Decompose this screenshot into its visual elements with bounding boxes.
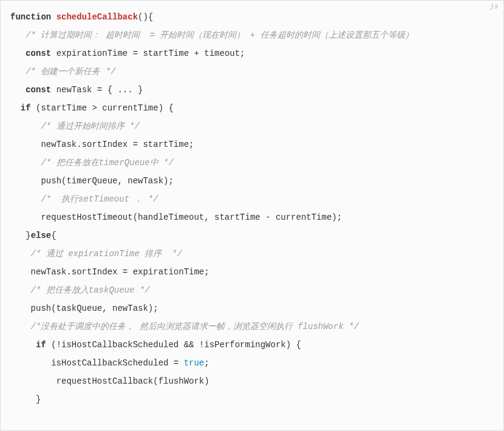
code-text: newTask.sortIndex = expirationTime; — [31, 267, 209, 277]
code-text: push(taskQueue, newTask); — [31, 304, 158, 313]
punct: (){ — [138, 12, 153, 22]
code-text: (startTime > currentTime) { — [31, 103, 174, 113]
comment: /* 通过开始时间排序 */ — [41, 121, 139, 131]
comment: /*没有处于调度中的任务， 然后向浏览器请求一帧，浏览器空闲执行 flushWo… — [31, 322, 359, 331]
code-text: isHostCallbackScheduled = — [51, 358, 183, 368]
keyword-if: if — [21, 103, 31, 113]
comment: /* 通过 expirationTime 排序 */ — [31, 249, 182, 259]
keyword-const: const — [26, 49, 51, 58]
keyword-if: if — [36, 340, 46, 350]
code-text: push(timerQueue, newTask); — [41, 176, 173, 186]
code-text: newTask = { ... } — [51, 85, 143, 95]
code-text: } — [36, 395, 41, 404]
code-block: js function scheduleCallback(){ /* 计算过期时… — [0, 0, 504, 431]
code-text: (!isHostCallbackScheduled && !isPerformi… — [46, 340, 301, 350]
keyword-function: function — [10, 12, 51, 22]
keyword-const: const — [26, 85, 51, 95]
punct: ; — [204, 358, 209, 368]
keyword-else: else — [31, 231, 52, 240]
comment: /* 计算过期时间： 超时时间 = 开始时间（现在时间） + 任务超时的时间（上… — [26, 30, 413, 40]
literal-true: true — [184, 358, 205, 368]
comment: /* 把任务放在timerQueue中 */ — [41, 158, 173, 168]
comment: /* 执行setTimeout ， */ — [41, 194, 158, 204]
punct: { — [51, 231, 56, 240]
code-text: newTask.sortIndex = startTime; — [41, 140, 194, 149]
code-content: function scheduleCallback(){ /* 计算过期时间： … — [10, 8, 494, 431]
code-text: requestHostTimeout(handleTimeout, startT… — [41, 212, 342, 222]
code-text: requestHostCallback(flushWork) — [56, 376, 209, 386]
code-text: expirationTime = startTime + timeout; — [51, 49, 245, 58]
comment: /* 把任务放入taskQueue */ — [31, 285, 150, 295]
function-name: scheduleCallback — [56, 12, 138, 22]
language-tag: js — [490, 3, 499, 10]
code-text: } — [26, 231, 30, 240]
comment: /* 创建一个新任务 */ — [26, 67, 115, 76]
